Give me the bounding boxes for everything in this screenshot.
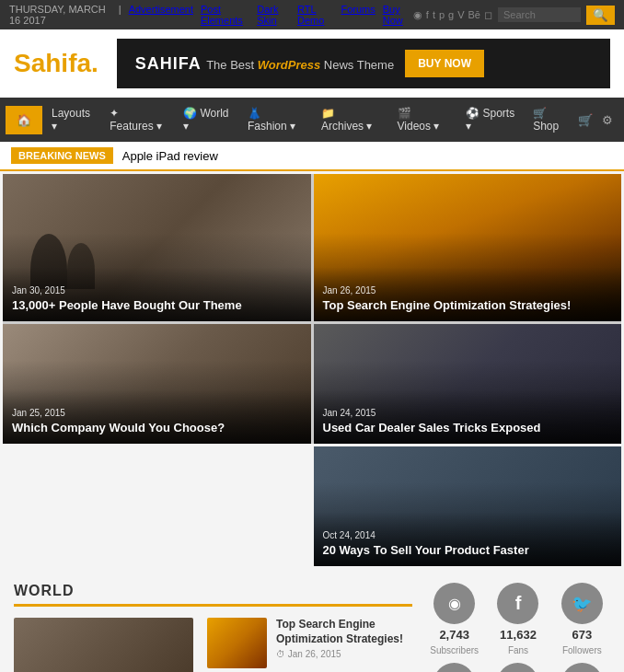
featured-caption-2: Jan 25, 2015 Which Company Would You Cho… [3,389,311,444]
featured-date-4: Oct 24, 2014 [323,530,613,540]
featured-title-2: Which Company Would You Choose? [12,421,302,436]
tw-count: 673 [572,628,592,642]
nav-shop[interactable]: 🛒 Shop [524,98,578,142]
nav-features[interactable]: ✦ Features ▾ [100,98,174,142]
nav-right-icons: 🛒 ⚙ [578,113,618,127]
nav-rtl-demo[interactable]: RTL Demo [297,4,333,26]
twitter-icon-top: t [433,9,435,21]
logo-text: Sahifa [14,49,91,77]
social-item-googleplus[interactable]: g+ 11,288 Followers [426,663,482,672]
search-button[interactable]: 🔍 [586,6,615,25]
social-item-rss[interactable]: ◉ 2,743 Subscribers [426,583,482,655]
vimeo-icon: V [561,663,603,672]
facebook-icon-top: f [426,9,429,21]
nav-sports[interactable]: ⚽ Sports ▾ [456,98,524,142]
featured-date-3: Jan 24, 2015 [323,408,613,418]
article-list: Top Search Engine Optimization Strategie… [207,618,412,672]
featured-title-0: 13,000+ People Have Bought Our Theme [12,298,302,314]
googleplus-icon-top: g [448,9,454,21]
article-title-0[interactable]: Top Search Engine Optimization Strategie… [276,618,412,646]
main-content: WORLD 13,000+ People Have Bought Our The… [14,583,412,672]
breaking-news-badge: Breaking News [11,147,113,164]
nav-fashion[interactable]: 👗 Fashion ▾ [238,98,312,142]
featured-item-2[interactable]: Jan 25, 2015 Which Company Would You Cho… [3,324,311,444]
featured-caption-1: Jan 26, 2015 Top Search Engine Optimizat… [314,267,622,321]
featured-caption-0: Jan 30, 2015 13,000+ People Have Bought … [3,267,311,321]
sidebar: ◉ 2,743 Subscribers f 11,632 Fans 🐦 673 … [426,583,610,672]
main-nav: 🏠 Layouts ▾ ✦ Features ▾ 🌍 World ▾ 👗 Fas… [0,98,624,142]
top-bar-right: ◉ f t p g V Bē ◻ 🔍 [413,6,615,25]
featured-item-1[interactable]: Jan 26, 2015 Top Search Engine Optimizat… [314,174,622,321]
social-item-twitter[interactable]: 🐦 673 Followers [554,583,610,655]
youtube-icon: ▶ [497,663,538,672]
featured-date-1: Jan 26, 2015 [323,285,613,295]
instagram-icon-top: ◻ [484,9,492,21]
rss-count: 2,743 [439,628,469,642]
site-logo[interactable]: Sahifa. [14,49,98,78]
breaking-news-text: Apple iPad review [122,149,218,163]
googleplus-icon: g+ [433,663,475,672]
world-article-list: Top Search Engine Optimization Strategie… [207,618,412,672]
nav-buy-now[interactable]: Buy Now [383,4,413,26]
settings-icon[interactable]: ⚙ [602,113,613,127]
featured-item-3[interactable]: Jan 24, 2015 Used Car Dealer Sales Trick… [314,324,622,444]
ad-text: SAHIFA The Best WordPress News Theme [135,54,394,74]
nav-forums[interactable]: Forums [341,4,375,26]
article-date-0: ⏱ Jan 26, 2015 [276,649,412,659]
nav-items-list: Layouts ▾ ✦ Features ▾ 🌍 World ▾ 👗 Fashi… [42,98,578,142]
top-bar-left: THURSDAY, MARCH 16 2017 | Advertisement … [9,4,413,26]
header-advertisement: SAHIFA The Best WordPress News Theme BUY… [117,39,610,88]
content-area: WORLD 13,000+ People Have Bought Our The… [0,569,624,672]
featured-caption-4: Oct 24, 2014 20 Ways To Sell Your Produc… [314,512,622,566]
featured-item-0[interactable]: Jan 30, 2015 13,000+ People Have Bought … [3,174,311,321]
nav-home-button[interactable]: 🏠 [6,106,42,134]
social-item-youtube[interactable]: ▶ 11,061 Subscribers [490,663,546,672]
featured-title-3: Used Car Dealer Sales Tricks Exposed [323,421,613,436]
divider: | [119,4,121,26]
behance-icon-top: Bē [468,9,480,21]
search-input[interactable] [498,7,581,22]
article-info-0: Top Search Engine Optimization Strategie… [276,618,412,659]
fb-count: 11,632 [500,628,537,642]
world-section-title: WORLD [14,583,412,607]
social-item-facebook[interactable]: f 11,632 Fans [490,583,546,655]
world-main-article: 13,000+ People Have Bought Our Theme ⏱ J… [14,618,193,672]
world-layout: 13,000+ People Have Bought Our Theme ⏱ J… [14,618,412,672]
social-icons-top: ◉ f t p g V Bē ◻ [413,9,492,21]
cart-icon[interactable]: 🛒 [578,113,593,127]
logo-dot: . [91,49,98,77]
world-main-image[interactable] [14,618,193,672]
featured-title-4: 20 Ways To Sell Your Product Faster [323,543,613,559]
nav-world[interactable]: 🌍 World ▾ [174,98,238,142]
featured-date-0: Jan 30, 2015 [12,285,302,295]
ad-wordpress: WordPress [258,58,320,72]
article-thumb-0[interactable] [207,618,267,668]
featured-caption-3: Jan 24, 2015 Used Car Dealer Sales Trick… [314,389,622,444]
featured-item-4[interactable]: Oct 24, 2014 20 Ways To Sell Your Produc… [314,446,622,566]
social-item-vimeo[interactable]: V 1,356 Subscribers [554,663,610,672]
twitter-icon: 🐦 [561,583,603,624]
rss-icon-top: ◉ [413,9,422,21]
vimeo-icon-top: V [457,9,464,21]
header: Sahifa. SAHIFA The Best WordPress News T… [0,29,624,98]
nav-videos[interactable]: 🎬 Videos ▾ [388,98,457,142]
nav-advertisement[interactable]: Advertisement [129,4,193,26]
rss-icon: ◉ [433,583,475,624]
featured-title-1: Top Search Engine Optimization Strategie… [323,298,613,314]
nav-dark-skin[interactable]: Dark Skin [257,4,290,26]
featured-date-2: Jan 25, 2015 [12,408,302,418]
nav-post-elements[interactable]: Post Elements [201,4,249,26]
tw-label: Followers [562,645,602,655]
featured-grid: Jan 30, 2015 13,000+ People Have Bought … [3,174,621,444]
list-item: Top Search Engine Optimization Strategie… [207,618,412,668]
facebook-icon: f [497,583,538,624]
nav-archives[interactable]: 📁 Archives ▾ [312,98,387,142]
buy-now-button[interactable]: BUY NOW [405,50,484,77]
fb-label: Fans [508,645,528,655]
breaking-news-bar: Breaking News Apple iPad review [0,142,624,171]
ad-title: SAHIFA [135,54,206,73]
rss-label: Subscribers [430,645,479,655]
date-display: THURSDAY, MARCH 16 2017 [9,4,111,26]
social-grid: ◉ 2,743 Subscribers f 11,632 Fans 🐦 673 … [426,583,610,672]
nav-layouts[interactable]: Layouts ▾ [42,98,100,142]
